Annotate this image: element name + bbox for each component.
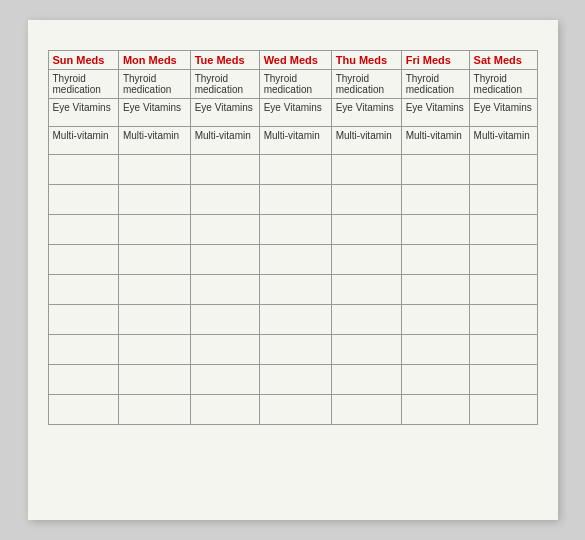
cell-9-4 xyxy=(331,335,401,365)
cell-6-0 xyxy=(48,245,118,275)
table-row-3 xyxy=(48,155,537,185)
cell-3-6 xyxy=(469,155,537,185)
cell-1-3: Eye Vitamins xyxy=(259,99,331,127)
cell-10-3 xyxy=(259,365,331,395)
cell-1-2: Eye Vitamins xyxy=(190,99,259,127)
header-col-6: Sat Meds xyxy=(469,51,537,70)
cell-5-1 xyxy=(118,215,190,245)
cell-11-4 xyxy=(331,395,401,425)
cell-10-2 xyxy=(190,365,259,395)
table-row-4 xyxy=(48,185,537,215)
cell-4-0 xyxy=(48,185,118,215)
cell-9-0 xyxy=(48,335,118,365)
cell-1-5: Eye Vitamins xyxy=(401,99,469,127)
cell-0-2: Thyroid medication xyxy=(190,70,259,99)
cell-6-4 xyxy=(331,245,401,275)
cell-1-1: Eye Vitamins xyxy=(118,99,190,127)
cell-0-6: Thyroid medication xyxy=(469,70,537,99)
cell-5-0 xyxy=(48,215,118,245)
cell-11-1 xyxy=(118,395,190,425)
cell-1-0: Eye Vitamins xyxy=(48,99,118,127)
cell-2-2: Multi-vitamin xyxy=(190,127,259,155)
table-row-7 xyxy=(48,275,537,305)
cell-4-5 xyxy=(401,185,469,215)
header-col-3: Wed Meds xyxy=(259,51,331,70)
table-row-1: Eye VitaminsEye VitaminsEye VitaminsEye … xyxy=(48,99,537,127)
cell-9-2 xyxy=(190,335,259,365)
header-col-1: Mon Meds xyxy=(118,51,190,70)
cell-5-6 xyxy=(469,215,537,245)
table-row-6 xyxy=(48,245,537,275)
cell-3-4 xyxy=(331,155,401,185)
cell-11-2 xyxy=(190,395,259,425)
table-row-2: Multi-vitaminMulti-vitaminMulti-vitaminM… xyxy=(48,127,537,155)
cell-0-0: Thyroid medication xyxy=(48,70,118,99)
cell-0-3: Thyroid medication xyxy=(259,70,331,99)
cell-7-4 xyxy=(331,275,401,305)
cell-3-1 xyxy=(118,155,190,185)
cell-3-0 xyxy=(48,155,118,185)
cell-7-1 xyxy=(118,275,190,305)
cell-7-0 xyxy=(48,275,118,305)
cell-3-2 xyxy=(190,155,259,185)
header-row: Sun MedsMon MedsTue MedsWed MedsThu Meds… xyxy=(48,51,537,70)
cell-6-3 xyxy=(259,245,331,275)
cell-2-1: Multi-vitamin xyxy=(118,127,190,155)
cell-4-3 xyxy=(259,185,331,215)
cell-9-6 xyxy=(469,335,537,365)
cell-5-2 xyxy=(190,215,259,245)
cell-8-2 xyxy=(190,305,259,335)
schedule-table: Sun MedsMon MedsTue MedsWed MedsThu Meds… xyxy=(48,50,538,425)
cell-1-4: Eye Vitamins xyxy=(331,99,401,127)
cell-6-5 xyxy=(401,245,469,275)
cell-6-2 xyxy=(190,245,259,275)
header-col-2: Tue Meds xyxy=(190,51,259,70)
cell-8-3 xyxy=(259,305,331,335)
cell-5-4 xyxy=(331,215,401,245)
cell-7-3 xyxy=(259,275,331,305)
table-row-8 xyxy=(48,305,537,335)
cell-9-1 xyxy=(118,335,190,365)
cell-10-6 xyxy=(469,365,537,395)
cell-10-4 xyxy=(331,365,401,395)
cell-5-3 xyxy=(259,215,331,245)
cell-2-5: Multi-vitamin xyxy=(401,127,469,155)
cell-2-6: Multi-vitamin xyxy=(469,127,537,155)
cell-9-3 xyxy=(259,335,331,365)
cell-1-6: Eye Vitamins xyxy=(469,99,537,127)
cell-0-4: Thyroid medication xyxy=(331,70,401,99)
cell-7-6 xyxy=(469,275,537,305)
cell-8-1 xyxy=(118,305,190,335)
cell-6-6 xyxy=(469,245,537,275)
cell-8-5 xyxy=(401,305,469,335)
header-col-0: Sun Meds xyxy=(48,51,118,70)
cell-11-0 xyxy=(48,395,118,425)
table-row-0: Thyroid medicationThyroid medicationThyr… xyxy=(48,70,537,99)
cell-4-1 xyxy=(118,185,190,215)
cell-10-5 xyxy=(401,365,469,395)
table-row-5 xyxy=(48,215,537,245)
cell-11-6 xyxy=(469,395,537,425)
cell-6-1 xyxy=(118,245,190,275)
cell-4-4 xyxy=(331,185,401,215)
cell-2-3: Multi-vitamin xyxy=(259,127,331,155)
cell-8-0 xyxy=(48,305,118,335)
table-row-9 xyxy=(48,335,537,365)
cell-10-0 xyxy=(48,365,118,395)
cell-3-3 xyxy=(259,155,331,185)
cell-9-5 xyxy=(401,335,469,365)
cell-5-5 xyxy=(401,215,469,245)
cell-8-6 xyxy=(469,305,537,335)
table-row-11 xyxy=(48,395,537,425)
cell-0-5: Thyroid medication xyxy=(401,70,469,99)
cell-11-5 xyxy=(401,395,469,425)
cell-3-5 xyxy=(401,155,469,185)
cell-7-5 xyxy=(401,275,469,305)
cell-10-1 xyxy=(118,365,190,395)
cell-11-3 xyxy=(259,395,331,425)
header-col-5: Fri Meds xyxy=(401,51,469,70)
cell-2-4: Multi-vitamin xyxy=(331,127,401,155)
cell-4-6 xyxy=(469,185,537,215)
header-col-4: Thu Meds xyxy=(331,51,401,70)
table-row-10 xyxy=(48,365,537,395)
